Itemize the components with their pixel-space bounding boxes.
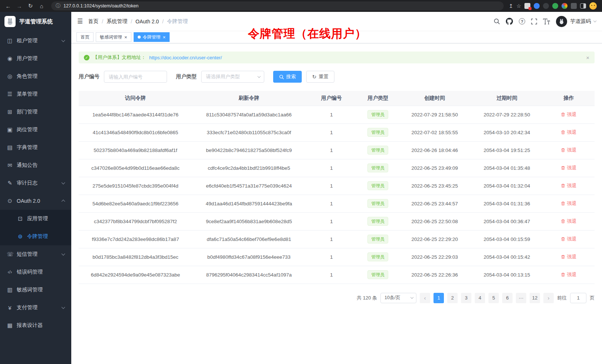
sidebar-item-label: 字典管理 <box>17 144 65 151</box>
header-actions: ? 芋道源码 <box>494 16 596 27</box>
tab-close-icon[interactable]: × <box>163 35 166 40</box>
extension-pinwheel-icon[interactable] <box>562 3 567 9</box>
extension-blue-icon[interactable] <box>534 3 540 9</box>
avatar <box>556 16 567 27</box>
sidebar-item-role[interactable]: ◎ 角色管理 <box>0 67 71 85</box>
page-button-12[interactable]: 12 <box>530 293 540 303</box>
font-size-icon[interactable] <box>543 19 550 24</box>
browser-forward-icon[interactable]: → <box>15 1 24 10</box>
expire-time-cell: 2054-03-04 00:15:42 <box>471 248 543 266</box>
sidebar-item-dept[interactable]: ⊞ 部门管理 <box>0 103 71 121</box>
share-icon[interactable]: ↥ <box>509 3 513 9</box>
sidebar-item-audit-log[interactable]: ✎ 审计日志 <box>0 174 71 192</box>
tab-sensitive-word[interactable]: 敏感词管理 × <box>96 32 131 42</box>
force-logout-button[interactable]: 强退 <box>561 182 576 189</box>
search-icon[interactable] <box>494 18 500 24</box>
page-button-1[interactable]: 1 <box>433 293 444 303</box>
refresh-token-cell: 49d1aa46d1454fbd87591444423be9fa <box>192 195 306 212</box>
more-pages-button[interactable]: ··· <box>516 293 526 303</box>
address-bar[interactable]: ⓘ 127.0.0.1:1024/system/oauth2/token <box>51 1 504 10</box>
force-logout-button[interactable]: 强退 <box>561 111 576 118</box>
site-info-icon[interactable]: ⓘ <box>56 3 60 9</box>
breadcrumb-home[interactable]: 首页 <box>88 18 98 25</box>
user-menu[interactable]: 芋道源码 <box>556 16 596 27</box>
page-button-3[interactable]: 3 <box>461 293 471 303</box>
trash-icon <box>561 130 565 135</box>
force-logout-button[interactable]: 强退 <box>561 271 576 278</box>
dept-tree-icon: ⊞ <box>7 109 13 115</box>
page-size-select[interactable]: 10条/页 <box>380 293 416 303</box>
user-id-cell: 1 <box>306 212 357 230</box>
sidebar-item-sms[interactable]: ☏ 短信管理 <box>0 245 71 263</box>
force-logout-button[interactable]: 强退 <box>561 165 576 171</box>
sidebar-item-post[interactable]: ▣ 岗位管理 <box>0 121 71 139</box>
browser-back-icon[interactable]: ← <box>4 1 13 10</box>
sidebar-item-sensitive-word[interactable]: ▥ 敏感词管理 <box>0 281 71 299</box>
search-button[interactable]: 搜索 <box>273 71 302 83</box>
table-row: 54d6be82ee5a460a9aedc1f9bf223656 49d1aa4… <box>79 195 595 212</box>
page-button-4[interactable]: 4 <box>475 293 485 303</box>
sidebar-item-user[interactable]: ◉ 用户管理 <box>0 50 71 67</box>
table-row: 502375b8040a469a9b82188afdf6af1f be90422… <box>79 141 595 159</box>
browser-home-icon[interactable]: ⌂ <box>37 1 46 10</box>
trash-icon <box>561 255 565 259</box>
sidebar-item-oauth[interactable]: ⊙ OAuth 2.0 <box>0 192 71 210</box>
help-icon[interactable]: ? <box>519 18 525 24</box>
user-type-tag: 管理员 <box>367 270 388 279</box>
github-icon[interactable] <box>506 18 513 25</box>
access-token-cell: 6d842e2924594de9a09e45e087323abe <box>79 266 192 284</box>
force-logout-button[interactable]: 强退 <box>561 129 576 136</box>
doc-link[interactable]: https://doc.iocoder.cn/user-center/ <box>149 55 222 60</box>
next-page-button[interactable]: › <box>543 293 554 303</box>
tab-token-mgmt[interactable]: 令牌管理 × <box>134 32 170 42</box>
sidebar-item-label: 岗位管理 <box>17 126 65 133</box>
sidebar-item-dict[interactable]: ▤ 字典管理 <box>0 139 71 156</box>
user-type-cell: 管理员 <box>357 159 399 177</box>
extensions-puzzle-icon[interactable] <box>571 3 577 9</box>
sidebar-item-report-designer[interactable]: ▦ 报表设计器 <box>0 317 71 334</box>
force-logout-button[interactable]: 强退 <box>561 200 576 207</box>
browser-profile-avatar[interactable] <box>589 2 597 10</box>
sidebar-item-label: 应用管理 <box>27 215 65 222</box>
breadcrumb-system[interactable]: 系统管理 <box>107 18 127 25</box>
page-button-5[interactable]: 5 <box>488 293 499 303</box>
fullscreen-icon[interactable] <box>531 19 537 24</box>
app-logo-row[interactable]: 芋道管理系统 <box>0 12 71 31</box>
sidebar-item-tenant[interactable]: ◫ 租户管理 <box>0 32 71 50</box>
user-id-input[interactable] <box>104 71 167 83</box>
bookmark-star-icon[interactable]: ☆ <box>516 3 521 9</box>
tab-home[interactable]: 首页 <box>76 32 94 42</box>
force-logout-button[interactable]: 强退 <box>561 147 576 153</box>
page-button-6[interactable]: 6 <box>502 293 513 303</box>
force-logout-button[interactable]: 强退 <box>561 236 576 242</box>
url-text[interactable]: 127.0.0.1:1024/system/oauth2/token <box>63 3 138 9</box>
force-logout-button[interactable]: 强退 <box>561 254 576 260</box>
extension-green-icon[interactable] <box>552 3 558 9</box>
force-logout-button[interactable]: 强退 <box>561 218 576 225</box>
prev-page-button[interactable]: ‹ <box>420 293 430 303</box>
user-id-cell: 1 <box>306 123 357 141</box>
page-button-2[interactable]: 2 <box>447 293 458 303</box>
side-panel-icon[interactable] <box>580 3 586 9</box>
user-type-select[interactable]: 请选择用户类型 <box>201 71 264 83</box>
trash-icon <box>561 148 565 152</box>
browser-reload-icon[interactable]: ↻ <box>26 1 35 10</box>
created-time-cell: 2022-06-25 22:29:03 <box>399 248 471 266</box>
sidebar-item-app-mgmt[interactable]: ⊡ 应用管理 <box>0 210 71 228</box>
alert-close-icon[interactable]: × <box>586 54 589 61</box>
breadcrumb-oauth[interactable]: OAuth 2.0 <box>135 19 159 24</box>
sidebar-item-notice[interactable]: ✉ 通知公告 <box>0 156 71 174</box>
extension-badged-icon[interactable] <box>524 3 530 9</box>
extension-dark-icon[interactable] <box>543 3 549 9</box>
tab-close-icon[interactable]: × <box>124 35 127 40</box>
sidebar-item-payment[interactable]: ¥ 支付管理 <box>0 299 71 317</box>
reset-button[interactable]: ↻ 重置 <box>306 71 334 83</box>
sidebar-item-menu-mgmt[interactable]: ☰ 菜单管理 <box>0 85 71 103</box>
sidebar-item-error-code[interactable]: ‹/› 错误码管理 <box>0 263 71 281</box>
sidebar-collapse-icon[interactable]: ☰ <box>77 17 83 25</box>
goto-page-input[interactable] <box>570 293 586 303</box>
expire-time-cell: 2054-03-04 01:31:36 <box>471 195 543 212</box>
app-root: 芋道管理系统 ◫ 租户管理 ◉ 用户管理 ◎ 角色管理 ☰ 菜单管理 ⊞ 部 <box>0 12 602 364</box>
force-logout-label: 强退 <box>567 236 576 242</box>
sidebar-item-token-mgmt[interactable]: ⊚ 令牌管理 <box>0 228 71 245</box>
